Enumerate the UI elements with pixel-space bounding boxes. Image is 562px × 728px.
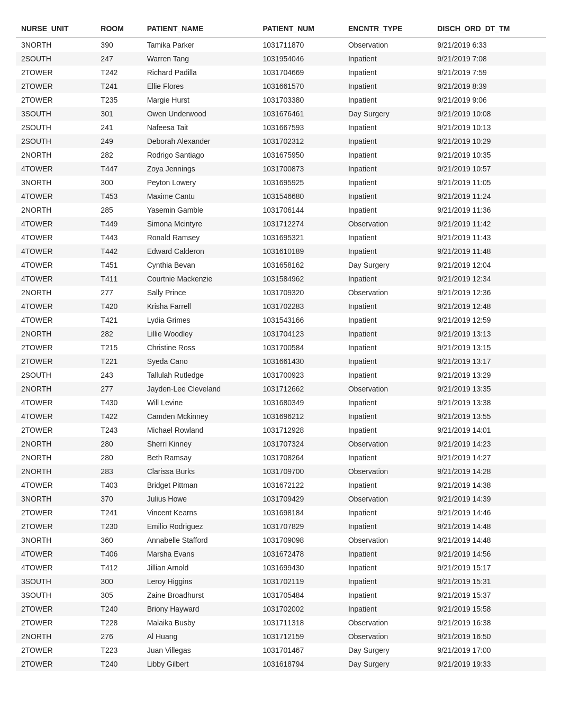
table-cell: Syeda Cano [142, 354, 258, 368]
table-row: 2TOWERT228Malaika Busby1031711318Observa… [16, 616, 546, 630]
table-cell: 9/21/2019 11:42 [432, 217, 546, 231]
table-cell: Inpatient [343, 520, 432, 533]
table-row: 2NORTH283Clarissa Burks1031709700Observa… [16, 465, 546, 478]
table-cell: T449 [95, 217, 141, 231]
col-header-encntr-type: ENCNTR_TYPE [343, 21, 432, 38]
table-cell: Inpatient [343, 575, 432, 588]
table-cell: 9/21/2019 15:37 [432, 588, 546, 602]
table-cell: 2NORTH [16, 382, 95, 396]
table-cell: T443 [95, 231, 141, 244]
table-cell: 283 [95, 465, 141, 478]
table-cell: 9/21/2019 19:33 [432, 657, 546, 671]
table-cell: Inpatient [343, 410, 432, 423]
table-cell: 9/21/2019 11:48 [432, 244, 546, 258]
table-cell: 9/21/2019 15:58 [432, 602, 546, 616]
table-cell: 9/21/2019 14:38 [432, 478, 546, 492]
patient-table: NURSE_UNIT ROOM PATIENT_NAME PATIENT_NUM… [16, 21, 546, 671]
table-row: 2TOWERT241Ellie Flores1031661570Inpatien… [16, 79, 546, 93]
table-cell: Day Surgery [343, 643, 432, 657]
table-cell: Inpatient [343, 121, 432, 134]
table-cell: T411 [95, 272, 141, 286]
table-row: 4TOWERT422Camden Mckinney1031696212Inpat… [16, 410, 546, 423]
table-cell: 2TOWER [16, 657, 95, 671]
table-cell: 9/21/2019 13:35 [432, 382, 546, 396]
table-cell: Inpatient [343, 203, 432, 217]
table-row: 2NORTH277Sally Prince1031709320Observati… [16, 286, 546, 299]
table-cell: Margie Hurst [142, 93, 258, 107]
table-cell: 9/21/2019 7:59 [432, 66, 546, 79]
table-cell: Tallulah Rutledge [142, 368, 258, 382]
table-cell: Clarissa Burks [142, 465, 258, 478]
table-row: 4TOWERT451Cynthia Bevan1031658162Day Sur… [16, 258, 546, 272]
table-cell: Warren Tang [142, 52, 258, 66]
table-row: 2TOWERT240Libby Gilbert1031618794Day Sur… [16, 657, 546, 671]
table-cell: 1031709320 [258, 286, 343, 299]
table-cell: 1031695321 [258, 231, 343, 244]
table-cell: 3NORTH [16, 38, 95, 52]
table-row: 4TOWERT412Jillian Arnold1031699430Inpati… [16, 561, 546, 575]
table-cell: 9/21/2019 13:55 [432, 410, 546, 423]
table-cell: T242 [95, 66, 141, 79]
table-cell: Observation [343, 533, 432, 547]
table-cell: Sherri Kinney [142, 437, 258, 451]
table-cell: T442 [95, 244, 141, 258]
table-row: 4TOWERT453Maxime Cantu1031546680Inpatien… [16, 189, 546, 203]
table-cell: Observation [343, 286, 432, 299]
table-cell: 9/21/2019 14:27 [432, 451, 546, 465]
table-cell: 1031672122 [258, 478, 343, 492]
table-cell: Inpatient [343, 341, 432, 354]
table-cell: Inpatient [343, 588, 432, 602]
table-cell: 4TOWER [16, 299, 95, 313]
table-cell: Inpatient [343, 327, 432, 341]
table-cell: 9/21/2019 10:35 [432, 148, 546, 162]
table-cell: Inpatient [343, 313, 432, 327]
table-row: 4TOWERT449Simona Mcintyre1031712274Obser… [16, 217, 546, 231]
table-cell: Marsha Evans [142, 547, 258, 561]
table-cell: 1031610189 [258, 244, 343, 258]
table-cell: Day Surgery [343, 258, 432, 272]
table-cell: Briony Hayward [142, 602, 258, 616]
table-row: 2NORTH276Al Huang1031712159Observation9/… [16, 630, 546, 643]
table-cell: Inpatient [343, 176, 432, 189]
table-cell: 9/21/2019 8:39 [432, 79, 546, 93]
table-cell: 9/21/2019 13:17 [432, 354, 546, 368]
table-cell: Nafeesa Tait [142, 121, 258, 134]
table-cell: Krisha Farrell [142, 299, 258, 313]
table-cell: 3SOUTH [16, 575, 95, 588]
col-header-patient-num: PATIENT_NUM [258, 21, 343, 38]
table-cell: 1031695925 [258, 176, 343, 189]
table-cell: 4TOWER [16, 547, 95, 561]
table-cell: Deborah Alexander [142, 134, 258, 148]
table-row: 2TOWERT235Margie Hurst1031703380Inpatien… [16, 93, 546, 107]
table-cell: Zaine Broadhurst [142, 588, 258, 602]
table-cell: Inpatient [343, 148, 432, 162]
table-cell: 2NORTH [16, 451, 95, 465]
table-cell: 9/21/2019 13:13 [432, 327, 546, 341]
table-cell: 2TOWER [16, 66, 95, 79]
table-cell: 276 [95, 630, 141, 643]
table-cell: 1031543166 [258, 313, 343, 327]
table-cell: 2SOUTH [16, 134, 95, 148]
table-cell: 305 [95, 588, 141, 602]
table-cell: Annabelle Stafford [142, 533, 258, 547]
table-cell: 1031661430 [258, 354, 343, 368]
table-cell: Simona Mcintyre [142, 217, 258, 231]
table-cell: 4TOWER [16, 189, 95, 203]
table-cell: 9/21/2019 7:08 [432, 52, 546, 66]
table-cell: 301 [95, 107, 141, 121]
table-cell: 1031711318 [258, 616, 343, 630]
table-cell: 2TOWER [16, 79, 95, 93]
table-row: 4TOWERT406Marsha Evans1031672478Inpatien… [16, 547, 546, 561]
table-row: 2NORTH285Yasemin Gamble1031706144Inpatie… [16, 203, 546, 217]
table-cell: 9/21/2019 10:57 [432, 162, 546, 176]
table-row: 2TOWERT215Christine Ross1031700584Inpati… [16, 341, 546, 354]
table-row: 3NORTH300Peyton Lowery1031695925Inpatien… [16, 176, 546, 189]
table-cell: T228 [95, 616, 141, 630]
table-cell: T406 [95, 547, 141, 561]
table-cell: 1031698184 [258, 506, 343, 520]
table-row: 3SOUTH301Owen Underwood1031676461Day Sur… [16, 107, 546, 121]
table-cell: Observation [343, 437, 432, 451]
table-cell: Observation [343, 630, 432, 643]
table-cell: 2NORTH [16, 148, 95, 162]
table-cell: Inpatient [343, 231, 432, 244]
